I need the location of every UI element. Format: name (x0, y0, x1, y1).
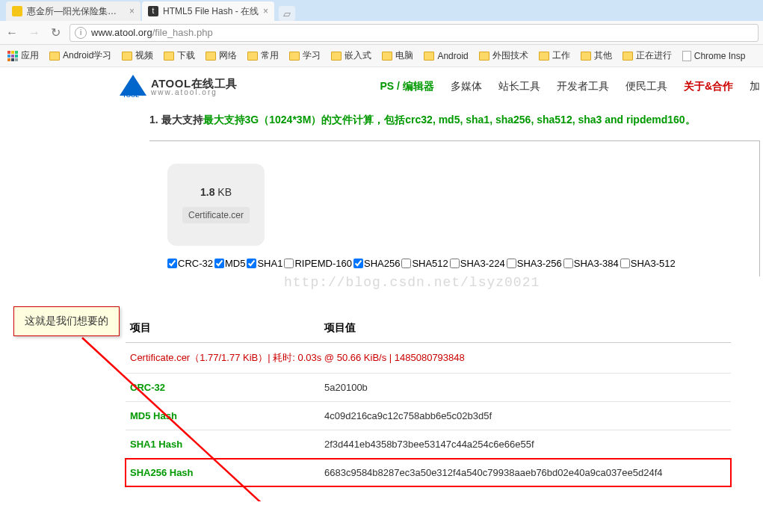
algo-checkbox[interactable] (214, 259, 224, 268)
bookmark-folder[interactable]: 工作 (536, 48, 573, 64)
folder-icon (49, 52, 60, 61)
upload-box: 1.8 KB Certificate.cer CRC-32MD5SHA1RIPE… (149, 140, 760, 276)
back-button[interactable]: ← (4, 25, 19, 41)
algo-checkbox[interactable] (450, 259, 460, 268)
bookmark-folder[interactable]: 常用 (244, 48, 282, 64)
algo-option[interactable]: SHA3-256 (507, 258, 562, 269)
browser-tab[interactable]: 惠金所—阳光保险集团旗 × (6, 1, 140, 21)
bookmark-folder[interactable]: 视频 (119, 48, 156, 64)
top-nav: PS / 编辑器多媒体站长工具开发者工具便民工具关于&合作加 (380, 80, 763, 93)
file-name: Certificate.cer (182, 207, 250, 223)
bookmark-folder[interactable]: 学习 (286, 48, 324, 64)
nav-link[interactable]: 便民工具 (625, 80, 667, 93)
result-key: MD5 Hash (126, 402, 320, 430)
bookmarks-bar: 应用 Android学习视频下载网络常用学习嵌入式电脑Android外围技术工作… (0, 45, 763, 67)
site-info-icon[interactable]: i (75, 27, 87, 39)
nav-link[interactable]: 关于&合作 (684, 80, 733, 93)
result-value: 2f3d441eb4358b73bee53147c44a254c6e66e55f (320, 430, 731, 459)
algo-checkbox[interactable] (401, 259, 411, 268)
algo-option[interactable]: RIPEMD-160 (284, 258, 352, 269)
new-tab-button[interactable]: ▱ (279, 6, 295, 21)
bookmark-folder[interactable]: 其他 (578, 48, 615, 64)
bookmark-folder[interactable]: 嵌入式 (328, 48, 374, 64)
folder-icon (581, 52, 591, 61)
result-value: 4c09d216ca9c12c758abb6e5c02b3d5f (320, 402, 731, 430)
algo-option[interactable]: SHA3-224 (450, 258, 505, 269)
file-card[interactable]: 1.8 KB Certificate.cer (167, 164, 265, 246)
tab-title: HTML5 File Hash - 在线 (163, 5, 259, 18)
bookmark-folder[interactable]: 正在进行 (620, 48, 675, 64)
bookmark-folder[interactable]: Android (421, 48, 471, 64)
col-item: 项目 (126, 314, 320, 343)
nav-link[interactable]: 多媒体 (451, 80, 482, 93)
annotation-callout: 这就是我们想要的 (13, 306, 120, 336)
algo-checkbox[interactable] (620, 259, 630, 268)
bookmark-folder[interactable]: 网络 (203, 48, 240, 64)
tab-favicon (12, 6, 22, 16)
folder-icon (164, 52, 174, 61)
algo-option[interactable]: MD5 (214, 258, 245, 269)
algo-option[interactable]: SHA512 (401, 258, 448, 269)
result-table: 项目 项目值 Certificate.cer（1.77/1.77 KiB）| 耗… (126, 314, 731, 486)
result-row: CRC-325a20100b (126, 374, 731, 402)
bookmark-folder[interactable]: Android学习 (46, 48, 114, 64)
result-key: CRC-32 (126, 374, 320, 402)
folder-icon (206, 52, 216, 61)
result-key: SHA1 Hash (126, 430, 320, 459)
algo-checkbox[interactable] (167, 259, 177, 268)
algo-option[interactable]: SHA3-384 (563, 258, 619, 269)
browser-tab-strip: 惠金所—阳光保险集团旗 × t HTML5 File Hash - 在线 × ▱ (0, 0, 763, 21)
algo-checkbox[interactable] (284, 259, 294, 268)
algo-checkbox[interactable] (563, 259, 573, 268)
folder-icon (122, 52, 132, 61)
site-logo[interactable]: TOOL ATOOL在线工具 www.atool.org (120, 75, 238, 99)
address-bar-row: ← → ↻ i www.atool.org/file_hash.php (0, 21, 763, 45)
close-icon[interactable]: × (129, 6, 135, 16)
folder-icon (289, 52, 300, 61)
reload-button[interactable]: ↻ (49, 24, 62, 41)
folder-icon (479, 52, 489, 61)
result-value: 5a20100b (320, 374, 731, 402)
algo-checkbox[interactable] (247, 259, 256, 268)
logo-icon: TOOL (120, 75, 146, 99)
nav-link[interactable]: 加 (750, 80, 760, 93)
folder-icon (382, 52, 392, 61)
watermark: http://blog.csdn.net/lsyz0021 (284, 275, 540, 290)
tab-favicon: t (148, 6, 158, 16)
bookmark-folder[interactable]: 电脑 (379, 48, 416, 64)
folder-icon (331, 52, 342, 61)
result-row: MD5 Hash4c09d216ca9c12c758abb6e5c02b3d5f (126, 402, 731, 430)
result-key: SHA256 Hash (126, 459, 320, 487)
browser-tab[interactable]: t HTML5 File Hash - 在线 × (142, 1, 274, 21)
folder-icon (424, 52, 434, 61)
algo-option[interactable]: SHA1 (247, 258, 282, 269)
address-bar[interactable]: i www.atool.org/file_hash.php (69, 24, 759, 42)
algo-option[interactable]: SHA256 (353, 258, 400, 269)
result-value: 6683c9584b8287ec3a50e312f4a540c79938aaeb… (320, 459, 731, 487)
bookmark-page[interactable]: Chrome Insp (679, 49, 749, 63)
url-host: www.atool.org (91, 27, 152, 38)
file-size: 1.8 KB (200, 186, 232, 198)
apps-button[interactable]: 应用 (4, 48, 42, 64)
result-row: SHA256 Hash6683c9584b8287ec3a50e312f4a54… (126, 459, 731, 487)
forward-button[interactable]: → (27, 25, 42, 41)
col-value: 项目值 (320, 314, 731, 343)
algorithm-checkboxes: CRC-32MD5SHA1RIPEMD-160SHA256SHA512SHA3-… (167, 258, 741, 269)
nav-link[interactable]: 开发者工具 (557, 80, 609, 93)
algo-option[interactable]: SHA3-512 (620, 258, 676, 269)
result-row: SHA1 Hash2f3d441eb4358b73bee53147c44a254… (126, 430, 731, 459)
nav-link[interactable]: 站长工具 (498, 80, 540, 93)
close-icon[interactable]: × (263, 6, 268, 16)
nav-link[interactable]: PS / 编辑器 (380, 80, 434, 93)
bookmark-folder[interactable]: 外围技术 (476, 48, 531, 64)
intro-text: 1. 最大支持最大支持3G（1024*3M）的文件计算，包括crc32, md5… (149, 114, 763, 127)
folder-icon (623, 52, 633, 61)
bookmark-folder[interactable]: 下载 (161, 48, 198, 64)
file-info-row: Certificate.cer（1.77/1.77 KiB）| 耗时: 0.03… (126, 343, 731, 374)
algo-option[interactable]: CRC-32 (167, 258, 213, 269)
page-icon (682, 51, 691, 61)
algo-checkbox[interactable] (507, 259, 516, 268)
algo-checkbox[interactable] (353, 259, 363, 268)
folder-icon (539, 52, 549, 61)
folder-icon (247, 52, 258, 61)
